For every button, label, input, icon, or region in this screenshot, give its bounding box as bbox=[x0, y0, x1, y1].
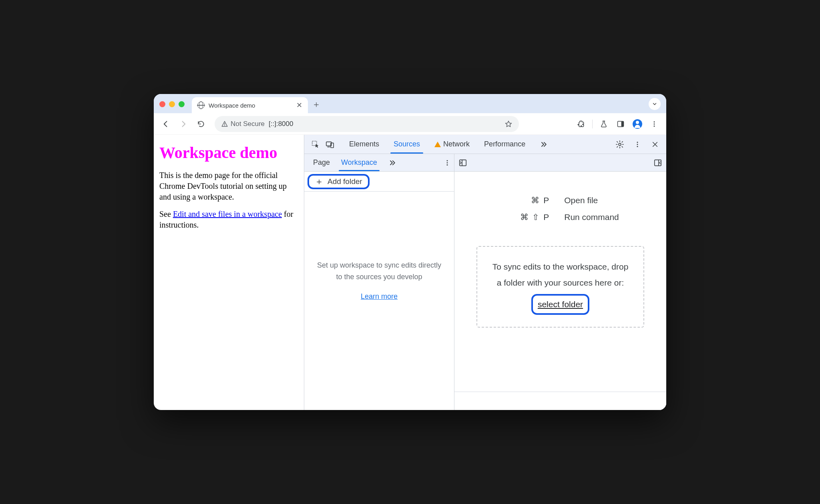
svg-point-14 bbox=[637, 146, 638, 147]
more-subtabs-button[interactable] bbox=[383, 154, 402, 171]
svg-point-13 bbox=[637, 144, 638, 145]
content-area: Workspace demo This is the demo page for… bbox=[154, 135, 666, 410]
editor-empty-state: ⌘ P Open file ⌘ ⇧ P Run command To sync … bbox=[454, 172, 666, 392]
browser-tab[interactable]: Workspace demo ✕ bbox=[192, 97, 308, 113]
tabstrip: Workspace demo ✕ ＋ bbox=[154, 94, 666, 113]
maximize-window-button[interactable] bbox=[179, 101, 185, 107]
tab-title: Workspace demo bbox=[209, 102, 292, 109]
editor-footer bbox=[454, 392, 666, 410]
rendered-page: Workspace demo This is the demo page for… bbox=[154, 135, 304, 410]
warning-icon bbox=[434, 142, 441, 147]
close-window-button[interactable] bbox=[159, 101, 165, 107]
select-folder-label: select folder bbox=[538, 300, 583, 309]
close-tab-button[interactable]: ✕ bbox=[296, 101, 302, 110]
plus-icon: ＋ bbox=[315, 177, 324, 186]
security-indicator[interactable]: Not Secure bbox=[221, 120, 265, 128]
devtools-toolbar: Elements Sources Network Performance bbox=[304, 135, 666, 154]
browser-toolbar: Not Secure [::]:8000 bbox=[154, 113, 666, 135]
svg-rect-20 bbox=[655, 160, 661, 166]
tab-network[interactable]: Network bbox=[427, 135, 477, 154]
panel-left-icon bbox=[458, 158, 467, 167]
page-heading: Workspace demo bbox=[159, 142, 300, 164]
warning-icon bbox=[221, 120, 228, 128]
panel-right-icon bbox=[653, 158, 662, 167]
inspect-element-button[interactable] bbox=[309, 138, 322, 151]
editor-toolbar bbox=[454, 154, 666, 172]
shortcut-keys: ⌘ P bbox=[502, 196, 550, 205]
add-folder-button[interactable]: ＋ Add folder bbox=[308, 174, 370, 189]
dropzone-text-1: To sync edits to the workspace, drop bbox=[492, 259, 629, 275]
gear-icon bbox=[615, 140, 624, 149]
minimize-window-button[interactable] bbox=[169, 101, 175, 107]
tabs-dropdown-button[interactable] bbox=[649, 98, 661, 110]
tab-performance[interactable]: Performance bbox=[477, 135, 533, 154]
devtools-tabs: Elements Sources Network Performance bbox=[342, 135, 555, 154]
device-toolbar-button[interactable] bbox=[324, 138, 336, 151]
devtools-menu-button[interactable] bbox=[631, 138, 644, 151]
forward-button[interactable] bbox=[176, 117, 191, 131]
reload-button[interactable] bbox=[194, 117, 208, 131]
add-folder-row: ＋ Add folder bbox=[304, 172, 454, 192]
svg-point-17 bbox=[447, 164, 448, 165]
navigator-tabs: Page Workspace bbox=[304, 154, 454, 172]
add-folder-label: Add folder bbox=[328, 177, 362, 186]
svg-rect-18 bbox=[460, 160, 466, 166]
svg-point-15 bbox=[447, 160, 448, 161]
more-tabs-button[interactable] bbox=[533, 135, 555, 154]
svg-point-1 bbox=[224, 125, 225, 126]
profile-button[interactable] bbox=[630, 117, 645, 131]
subtab-page[interactable]: Page bbox=[308, 154, 336, 171]
globe-icon bbox=[197, 102, 205, 109]
workspace-hint-text: Set up workspace to sync edits directly … bbox=[316, 260, 442, 283]
chevron-double-right-icon bbox=[540, 140, 548, 148]
extensions-button[interactable] bbox=[574, 117, 588, 131]
show-navigator-button[interactable] bbox=[458, 158, 467, 167]
labs-button[interactable] bbox=[597, 117, 611, 131]
editor-area: ⌘ P Open file ⌘ ⇧ P Run command To sync … bbox=[454, 154, 666, 410]
tab-sources[interactable]: Sources bbox=[386, 135, 427, 154]
new-tab-button[interactable]: ＋ bbox=[310, 98, 322, 110]
shortcut-label: Run command bbox=[564, 212, 619, 222]
devtools-panel: Elements Sources Network Performance bbox=[304, 135, 666, 410]
page-paragraph-1: This is the demo page for the official C… bbox=[159, 170, 300, 202]
navigator-menu-button[interactable] bbox=[444, 159, 451, 166]
bookmark-button[interactable] bbox=[504, 120, 512, 128]
dropzone-text-2: a folder with your sources here or: bbox=[492, 275, 629, 291]
workspace-dropzone[interactable]: To sync edits to the workspace, drop a f… bbox=[476, 246, 645, 328]
window-controls bbox=[159, 101, 185, 107]
svg-point-4 bbox=[654, 121, 655, 122]
workspace-docs-link[interactable]: Edit and save files in a workspace bbox=[173, 210, 282, 218]
browser-window: Workspace demo ✕ ＋ Not Secure [::]:8000 bbox=[154, 94, 666, 410]
svg-point-16 bbox=[447, 162, 448, 163]
shortcut-keys: ⌘ ⇧ P bbox=[502, 212, 550, 222]
devtools-body: Page Workspace ＋ bbox=[304, 154, 666, 410]
chrome-menu-button[interactable] bbox=[647, 117, 661, 131]
sources-navigator: Page Workspace ＋ bbox=[304, 154, 454, 410]
toolbar-divider bbox=[592, 120, 593, 128]
learn-more-link[interactable]: Learn more bbox=[361, 291, 398, 302]
devtools-close-button[interactable] bbox=[649, 138, 661, 151]
svg-point-11 bbox=[619, 143, 621, 146]
subtab-workspace[interactable]: Workspace bbox=[336, 154, 383, 171]
chevron-double-right-icon bbox=[388, 159, 396, 167]
side-panel-button[interactable] bbox=[613, 117, 628, 131]
svg-point-6 bbox=[654, 125, 655, 126]
select-folder-button[interactable]: select folder bbox=[531, 294, 589, 315]
avatar-icon bbox=[633, 119, 642, 129]
show-debugger-button[interactable] bbox=[653, 158, 662, 167]
tab-elements[interactable]: Elements bbox=[342, 135, 386, 154]
close-icon bbox=[651, 141, 659, 148]
svg-point-12 bbox=[637, 142, 638, 143]
shortcuts-list: ⌘ P Open file ⌘ ⇧ P Run command bbox=[502, 196, 619, 222]
not-secure-label: Not Secure bbox=[231, 120, 265, 128]
address-bar[interactable]: Not Secure [::]:8000 bbox=[215, 116, 519, 132]
shortcut-label: Open file bbox=[564, 196, 598, 205]
shortcut-open-file: ⌘ P Open file bbox=[502, 196, 619, 205]
svg-rect-3 bbox=[621, 121, 624, 126]
url-text: [::]:8000 bbox=[269, 120, 293, 128]
devtools-settings-button[interactable] bbox=[613, 138, 626, 151]
svg-point-5 bbox=[654, 123, 655, 124]
workspace-empty-state: Set up workspace to sync edits directly … bbox=[304, 192, 454, 410]
back-button[interactable] bbox=[159, 117, 173, 131]
shortcut-run-command: ⌘ ⇧ P Run command bbox=[502, 212, 619, 222]
